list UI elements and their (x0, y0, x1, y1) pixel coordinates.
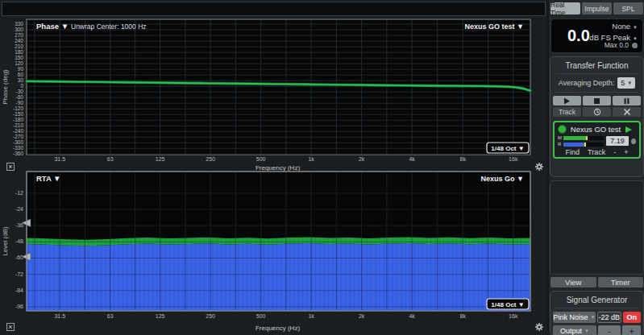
find-button[interactable]: Find (566, 148, 580, 156)
timer-button[interactable]: Timer (598, 277, 644, 287)
x-tick-label: 31.5 (54, 313, 65, 319)
averaging-depth-select[interactable]: 5▼ (617, 77, 635, 89)
y-tick-label: -90 (16, 100, 24, 105)
chevron-down-icon: ▼ (633, 36, 638, 41)
clip-led-icon[interactable] (632, 43, 638, 48)
y-tick-label: 330 (15, 21, 23, 27)
x-tick-label: 4k (409, 313, 415, 319)
signal-generator-row-2: Output▼ - + (553, 325, 641, 335)
chevron-down-icon: ▼ (590, 315, 595, 320)
generator-on-button[interactable]: On (623, 312, 641, 323)
signal-generator-panel: Signal Generator Pink Noise▼ -22 dB On O… (550, 291, 644, 335)
track-button[interactable]: Track (553, 107, 581, 117)
delay-clock-button[interactable] (583, 107, 611, 117)
pause-button[interactable] (613, 96, 641, 105)
x-tick-label: 500 (256, 156, 266, 162)
level-plus-button[interactable]: + (622, 325, 641, 335)
y-tick-label: 180 (15, 49, 23, 55)
y-tick-label: 60 (18, 72, 24, 77)
reference-meter-label: R (558, 142, 562, 147)
delay-value-field[interactable]: 7.19 (606, 136, 629, 146)
signal-generator-title: Signal Generator (551, 296, 643, 304)
generator-output-select[interactable]: Output▼ (553, 325, 596, 335)
rta-plot[interactable]: -12-24-36-48-60-72-84-9631.5631252505001… (0, 171, 547, 322)
unwrap-center-label: Unwrap Center: 1000 Hz (71, 23, 147, 31)
view-button[interactable]: View (551, 277, 596, 287)
rta-xaxis-label: Frequency (Hz) (0, 325, 547, 332)
x-tick-label: 4k (409, 156, 415, 162)
x-tick-label: 16k (509, 313, 518, 319)
delay-led-icon[interactable] (631, 139, 636, 144)
y-axis-label: Phase (deg) (2, 69, 9, 105)
generator-level-field[interactable]: -22 dB (597, 312, 621, 323)
x-tick-label: 63 (107, 313, 114, 319)
y-tick-label: 0 (20, 83, 23, 89)
x-tick-label: 8k (460, 156, 467, 162)
x-tick-label: 2k (359, 313, 365, 319)
signal-type-select[interactable]: Pink Noise▼ (553, 312, 596, 323)
play-button[interactable] (553, 96, 581, 105)
tf-engine-header: Nexus GO test (558, 124, 636, 134)
transfer-function-panel: Transfer Function Averaging Depth: 5▼ (550, 56, 644, 177)
stop-button[interactable] (583, 96, 611, 105)
y-tick-label: -210 (13, 122, 23, 128)
y-tick-label: -150 (13, 111, 23, 117)
x-tick-label: 31.5 (54, 156, 65, 162)
y-tick-label: 30 (18, 77, 24, 83)
x-tick-label: 1k (308, 156, 314, 162)
rta-close-plot-icon[interactable]: × (6, 323, 15, 331)
tf-engine-actions: Find Track - + (558, 148, 636, 156)
y-tick-label: 120 (15, 60, 23, 66)
y-tick-label: -60 (16, 94, 24, 100)
rta-trace-selector[interactable]: Nexus Go ▼ (481, 175, 524, 183)
delay-plus-button[interactable]: + (624, 148, 628, 156)
x-tick-label: 2k (359, 156, 365, 162)
signal-generator-row-1: Pink Noise▼ -22 dB On (553, 312, 641, 323)
rta-xaxis-strip: × Frequency (Hz) (0, 323, 547, 333)
engine-status-led-icon[interactable] (558, 125, 567, 134)
spl-button[interactable]: SPL (613, 2, 643, 14)
x-tick-label: 250 (206, 313, 215, 319)
y-tick-label: -72 (15, 271, 23, 277)
rta-title-dropdown[interactable]: RTA ▼ (36, 174, 61, 183)
y-tick-label: 90 (18, 66, 24, 72)
divider (555, 92, 638, 93)
phase-title-dropdown[interactable]: Phase ▼ (36, 22, 69, 31)
y-tick-label: 150 (15, 55, 23, 60)
impulse-button[interactable]: Impulse (582, 2, 612, 14)
divider (555, 308, 638, 308)
y-tick-label: -30 (16, 89, 24, 94)
meter-input-select[interactable]: None▼ (612, 22, 638, 31)
x-tick-label: 16k (509, 156, 518, 162)
averaging-depth-label: Averaging Depth: (559, 79, 614, 87)
y-tick-label: -360 (13, 151, 23, 156)
meter-max-readout: Max 0.0 (605, 41, 629, 49)
y-tick-label: -270 (13, 134, 23, 139)
tf-engine-card[interactable]: Nexus GO test M R (553, 121, 641, 159)
transport-row-1 (553, 96, 641, 105)
plots-area: 3303002702402101801501209060300-30-60-90… (0, 0, 547, 335)
y-tick-label: -96 (15, 304, 23, 309)
y-tick-label: -300 (13, 139, 23, 145)
measure-meter-label: M (558, 135, 562, 140)
phase-trace-selector[interactable]: Nexus GO test ▼ (465, 23, 524, 31)
input-level-meter: None▼ 0.0 dB FS Peak▼ Max 0.0 (551, 19, 643, 53)
phase-plot[interactable]: 3303002702402101801501209060300-30-60-90… (0, 18, 547, 164)
y-tick-label: 210 (15, 43, 23, 49)
phase-close-plot-icon[interactable]: × (6, 163, 15, 171)
top-display-strip (2, 2, 546, 16)
rta-banding-label: 1/48 Oct ▼ (491, 301, 524, 308)
rta-settings-gear-icon[interactable] (534, 322, 544, 332)
view-timer-row: View Timer (551, 277, 643, 287)
delay-minus-button[interactable]: - (613, 148, 616, 156)
x-tick-label: 125 (156, 156, 165, 162)
y-tick-label: -24 (15, 206, 23, 212)
real-time-button[interactable]: Real Time (551, 2, 580, 14)
x-tick-label: 63 (107, 156, 114, 162)
tools-button[interactable] (613, 107, 641, 117)
chevron-down-icon: ▼ (627, 81, 632, 85)
transfer-function-title: Transfer Function (551, 61, 643, 70)
engine-track-button[interactable]: Track (588, 148, 605, 156)
meter-peak-value: 0.0 (567, 27, 590, 45)
level-minus-button[interactable]: - (598, 325, 621, 335)
